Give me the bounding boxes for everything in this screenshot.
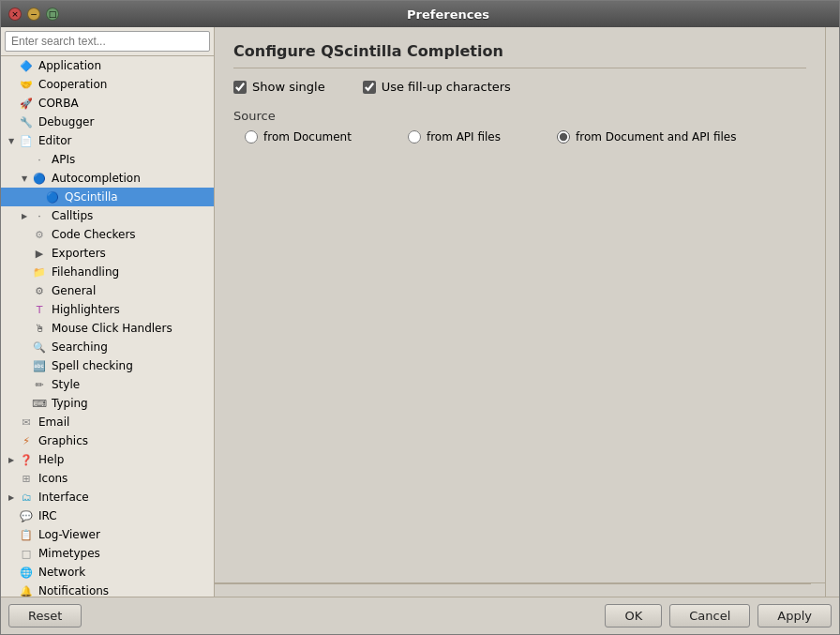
sidebar-item-network[interactable]: 🌐Network (1, 563, 214, 582)
cancel-button[interactable]: Cancel (669, 604, 750, 627)
expand-arrow-editor[interactable]: ▼ (5, 137, 18, 145)
panel-scrollable: Configure QScintilla Completion Show sin… (215, 27, 825, 582)
item-icon-typing: ⌨ (31, 396, 48, 411)
sidebar-item-general[interactable]: ⚙General (1, 281, 214, 300)
item-label-apis: APIs (52, 153, 210, 166)
from-document-label: from Document (263, 130, 352, 144)
item-icon-highlighters: T (31, 302, 48, 317)
sidebar-item-email[interactable]: ✉Email (1, 413, 214, 431)
item-icon-irc: 💬 (18, 508, 35, 523)
item-icon-spell-checking: 🔤 (31, 358, 48, 373)
close-button[interactable]: × (8, 8, 22, 21)
expand-arrow-interface[interactable]: ▶ (5, 493, 18, 502)
show-single-label: Show single (252, 80, 325, 94)
item-icon-help: ❓ (18, 452, 35, 467)
item-icon-application: 🔷 (18, 58, 35, 73)
ok-button[interactable]: OK (605, 604, 662, 627)
item-icon-log-viewer: 📋 (18, 527, 35, 542)
item-icon-email: ✉ (18, 415, 35, 430)
radio-row: from Document from API files from Docume… (245, 130, 806, 144)
from-document-option[interactable]: from Document (245, 130, 352, 144)
item-icon-searching: 🔍 (31, 340, 48, 355)
use-fillup-option[interactable]: Use fill-up characters (363, 80, 511, 94)
item-label-email: Email (38, 416, 210, 429)
from-both-radio[interactable] (557, 130, 570, 144)
sidebar-item-mimetypes[interactable]: □Mimetypes (1, 544, 214, 563)
item-icon-graphics: ⚡ (18, 433, 35, 448)
sidebar-item-style[interactable]: ✏Style (1, 375, 214, 394)
from-document-radio[interactable] (245, 130, 258, 144)
use-fillup-checkbox[interactable] (363, 81, 376, 94)
maximize-button[interactable]: □ (46, 8, 59, 21)
sidebar-item-exporters[interactable]: ▶Exporters (1, 244, 214, 263)
from-both-option[interactable]: from Document and API files (557, 130, 736, 144)
sidebar-item-qscintilla[interactable]: 🔵QScintilla (1, 188, 214, 206)
expand-arrow-calltips[interactable]: ▶ (18, 212, 31, 220)
item-label-irc: IRC (38, 509, 210, 522)
item-icon-autocompletion: 🔵 (31, 171, 48, 186)
sidebar-item-icons[interactable]: ⊞Icons (1, 469, 214, 488)
sidebar-item-mouse-click-handlers[interactable]: 🖱Mouse Click Handlers (1, 319, 214, 338)
sidebar-item-graphics[interactable]: ⚡Graphics (1, 431, 214, 450)
sidebar-item-highlighters[interactable]: THighlighters (1, 300, 214, 319)
item-label-mimetypes: Mimetypes (38, 547, 210, 560)
sidebar-item-code-checkers[interactable]: ⚙Code Checkers (1, 225, 214, 244)
item-icon-icons: ⊞ (18, 471, 35, 486)
sidebar-item-help[interactable]: ▶❓Help (1, 450, 214, 469)
item-label-typing: Typing (52, 397, 210, 410)
item-label-help: Help (38, 453, 210, 466)
sidebar-item-irc[interactable]: 💬IRC (1, 506, 214, 525)
sidebar-item-apis[interactable]: ·APIs (1, 150, 214, 169)
from-api-label: from API files (427, 130, 501, 144)
item-label-editor: Editor (38, 134, 210, 147)
sidebar-item-filehandling[interactable]: 📁Filehandling (1, 263, 214, 281)
item-label-icons: Icons (38, 472, 210, 485)
item-label-searching: Searching (52, 340, 210, 354)
expand-arrow-help[interactable]: ▶ (5, 456, 18, 464)
sidebar-item-editor[interactable]: ▼📄Editor (1, 131, 214, 150)
search-box (1, 27, 214, 56)
item-label-graphics: Graphics (38, 434, 210, 447)
item-label-debugger: Debugger (38, 115, 210, 129)
hscroll[interactable] (215, 583, 811, 597)
from-api-option[interactable]: from API files (408, 130, 501, 144)
reset-button[interactable]: Reset (8, 604, 82, 627)
item-icon-apis: · (31, 152, 48, 167)
expand-arrow-autocompletion[interactable]: ▼ (18, 174, 31, 183)
right-vscroll[interactable] (825, 27, 839, 597)
from-api-radio[interactable] (408, 130, 421, 144)
titlebar: × − □ Preferences (1, 1, 839, 27)
sidebar-item-calltips[interactable]: ▶·Calltips (1, 206, 214, 225)
config-title: Configure QScintilla Completion (233, 42, 806, 68)
sidebar-item-spell-checking[interactable]: 🔤Spell checking (1, 356, 214, 375)
bottom-bar: Reset OK Cancel Apply (1, 597, 839, 634)
sidebar-item-corba[interactable]: 🚀CORBA (1, 94, 214, 113)
sidebar-item-log-viewer[interactable]: 📋Log-Viewer (1, 525, 214, 544)
sidebar-item-searching[interactable]: 🔍Searching (1, 338, 214, 356)
minimize-button[interactable]: − (27, 8, 40, 21)
search-input[interactable] (5, 31, 210, 52)
item-icon-style: ✏ (31, 377, 48, 392)
show-single-checkbox[interactable] (233, 81, 247, 94)
sidebar-item-cooperation[interactable]: 🤝Cooperation (1, 75, 214, 94)
item-label-log-viewer: Log-Viewer (38, 528, 210, 541)
config-panel: Configure QScintilla Completion Show sin… (215, 27, 825, 159)
right-buttons: OK Cancel Apply (605, 604, 832, 627)
item-icon-mimetypes: □ (18, 546, 35, 561)
sidebar-item-debugger[interactable]: 🔧Debugger (1, 113, 214, 131)
sidebar-item-interface[interactable]: ▶🗂Interface (1, 488, 214, 506)
apply-button[interactable]: Apply (758, 604, 832, 627)
item-label-interface: Interface (38, 491, 210, 504)
item-label-cooperation: Cooperation (38, 78, 210, 91)
tree-scroll-area[interactable]: 🔷Application🤝Cooperation🚀CORBA🔧Debugger▼… (1, 56, 214, 597)
item-icon-code-checkers: ⚙ (31, 227, 48, 242)
options-row: Show single Use fill-up characters (233, 80, 806, 94)
show-single-option[interactable]: Show single (233, 80, 325, 94)
sidebar-item-application[interactable]: 🔷Application (1, 56, 214, 75)
sidebar-item-notifications[interactable]: 🔔Notifications (1, 582, 214, 597)
item-icon-mouse-click-handlers: 🖱 (31, 321, 48, 336)
sidebar-item-typing[interactable]: ⌨Typing (1, 394, 214, 413)
item-icon-network: 🌐 (18, 565, 35, 580)
sidebar-item-autocompletion[interactable]: ▼🔵Autocompletion (1, 169, 214, 188)
use-fillup-label: Use fill-up characters (382, 80, 511, 94)
